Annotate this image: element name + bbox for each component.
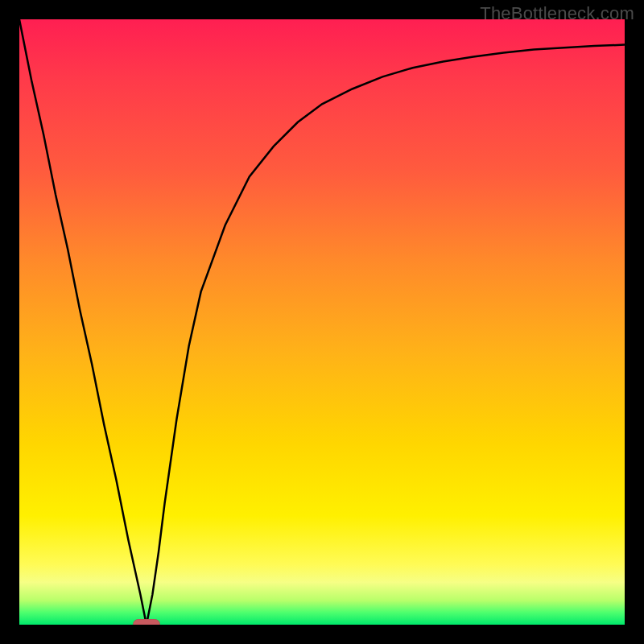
curve-svg [19,19,625,625]
plot-area [19,19,625,625]
optimal-point-marker [133,619,160,625]
chart-frame: TheBottleneck.com [0,0,644,644]
watermark-text: TheBottleneck.com [480,3,634,24]
bottleneck-curve [19,19,625,625]
